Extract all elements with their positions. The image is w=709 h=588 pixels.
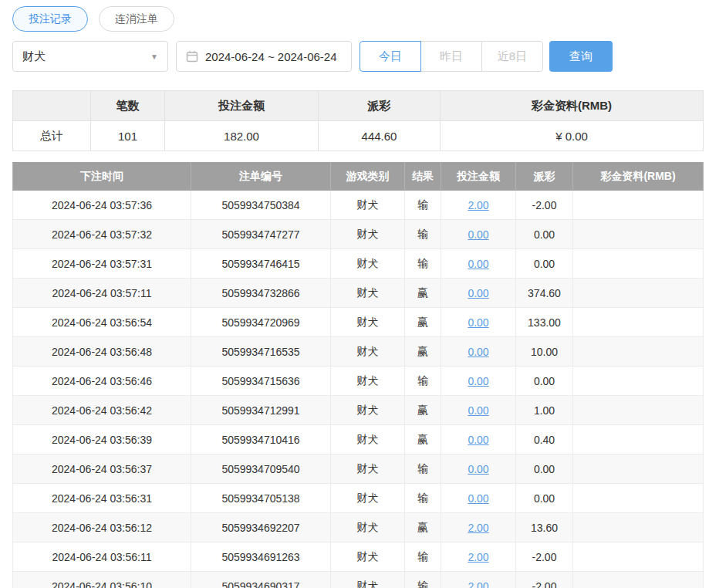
payout-value: 13.60	[516, 513, 573, 542]
records-header-time: 下注时间	[13, 163, 191, 191]
tab-bet-records[interactable]: 投注记录	[12, 6, 88, 32]
bet-amount-cell: 2.00	[441, 542, 516, 572]
bonus-value	[573, 484, 704, 513]
result: 输	[405, 249, 441, 279]
bet-time: 2024-06-24 03:57:32	[13, 220, 191, 249]
bonus-value	[573, 279, 704, 308]
bet-amount-link[interactable]: 0.00	[468, 316, 488, 329]
payout-value: 133.00	[516, 308, 573, 337]
calendar-icon	[186, 50, 198, 63]
date-range-input[interactable]: 2024-06-24 ~ 2024-06-24	[176, 41, 352, 72]
table-row: 2024-06-24 03:56:465059934715636财犬输0.000…	[13, 367, 704, 396]
summary-count-value: 101	[91, 121, 165, 151]
game-type: 财犬	[331, 455, 405, 484]
table-row: 2024-06-24 03:57:325059934747277财犬输0.000…	[13, 220, 704, 249]
records-header-order-id: 注单编号	[191, 163, 331, 191]
bet-time: 2024-06-24 03:56:39	[13, 425, 191, 455]
bonus-value	[573, 396, 704, 425]
game-type: 财犬	[331, 367, 405, 396]
bet-time: 2024-06-24 03:56:31	[13, 484, 191, 513]
order-id: 5059934747277	[191, 220, 331, 249]
bet-amount-link[interactable]: 0.00	[468, 434, 488, 446]
bet-time: 2024-06-24 03:56:48	[13, 337, 191, 367]
bonus-value	[573, 191, 704, 220]
today-button[interactable]: 今日	[360, 41, 421, 72]
bet-time: 2024-06-24 03:57:36	[13, 191, 191, 220]
quick-date-group: 今日 昨日 近8日	[360, 41, 543, 72]
bonus-value	[573, 367, 704, 396]
bet-amount-link[interactable]: 2.00	[468, 551, 488, 563]
payout-value: 1.00	[516, 396, 573, 425]
bet-amount-link[interactable]: 0.00	[468, 492, 488, 505]
bet-amount-cell: 0.00	[441, 367, 516, 396]
bonus-value	[573, 308, 704, 337]
records-header-payout: 派彩	[516, 163, 573, 191]
summary-header-bet-amount: 投注金额	[165, 91, 319, 121]
payout-value: 374.60	[516, 279, 573, 308]
order-id: 5059934750384	[191, 191, 331, 220]
order-id: 5059934715636	[191, 367, 331, 396]
payout-value: 0.00	[516, 455, 573, 484]
order-id: 5059934710416	[191, 425, 331, 455]
tab-cancelled-orders[interactable]: 连消注单	[99, 6, 174, 32]
bonus-value	[573, 337, 704, 367]
payout-value: 0.40	[516, 425, 573, 455]
table-row: 2024-06-24 03:57:315059934746415财犬输0.000…	[13, 249, 704, 279]
summary-header-empty	[13, 91, 91, 121]
bet-amount-cell: 0.00	[441, 455, 516, 484]
bet-amount-cell: 2.00	[441, 513, 516, 542]
order-id: 5059934690317	[191, 572, 331, 588]
bet-time: 2024-06-24 03:56:11	[13, 542, 191, 572]
bet-time: 2024-06-24 03:56:12	[13, 513, 191, 542]
bonus-value	[573, 513, 704, 542]
bet-amount-link[interactable]: 2.00	[468, 522, 488, 534]
summary-header-payout: 派彩	[319, 91, 441, 121]
bet-time: 2024-06-24 03:56:46	[13, 367, 191, 396]
result: 输	[405, 572, 441, 588]
summary-row: 总计 101 182.00 444.60 ¥ 0.00	[13, 121, 704, 151]
bet-amount-link[interactable]: 0.00	[468, 404, 488, 417]
page: 投注记录 连消注单 财犬 ▼ 2024-06-24 ~ 2024-06-24 今…	[0, 0, 709, 588]
bonus-value	[573, 572, 704, 588]
result: 赢	[405, 396, 441, 425]
bet-amount-link[interactable]: 0.00	[468, 375, 488, 387]
table-row: 2024-06-24 03:56:395059934710416财犬赢0.000…	[13, 425, 704, 455]
bet-amount-link[interactable]: 0.00	[468, 346, 488, 358]
bet-amount-link[interactable]: 0.00	[468, 463, 488, 475]
game-type: 财犬	[331, 220, 405, 249]
order-id: 5059934705138	[191, 484, 331, 513]
table-row: 2024-06-24 03:56:105059934690317财犬输2.00-…	[13, 572, 704, 588]
yesterday-button[interactable]: 昨日	[420, 41, 482, 72]
records-header-game-type: 游戏类别	[331, 163, 405, 191]
bet-amount-cell: 0.00	[441, 279, 516, 308]
summary-total-label: 总计	[13, 121, 91, 151]
summary-table: 笔数 投注金额 派彩 彩金资料(RMB) 总计 101 182.00 444.6…	[12, 90, 704, 151]
game-type: 财犬	[331, 249, 405, 279]
order-id: 5059934746415	[191, 249, 331, 279]
records-header-result: 结果	[405, 163, 441, 191]
bet-amount-link[interactable]: 2.00	[468, 580, 488, 588]
bet-amount-link[interactable]: 0.00	[468, 228, 488, 241]
game-type: 财犬	[331, 572, 405, 588]
bonus-value	[573, 455, 704, 484]
records-header-bet-amount: 投注金额	[441, 163, 516, 191]
bet-amount-link[interactable]: 0.00	[468, 287, 488, 299]
game-type: 财犬	[331, 542, 405, 572]
bet-amount-link[interactable]: 2.00	[468, 199, 488, 211]
summary-bet-amount-value: 182.00	[165, 121, 319, 151]
summary-header-count: 笔数	[91, 91, 165, 121]
game-select[interactable]: 财犬 ▼	[12, 41, 168, 72]
bet-amount-cell: 0.00	[441, 337, 516, 367]
payout-value: -2.00	[516, 542, 573, 572]
payout-value: 0.00	[516, 220, 573, 249]
game-type: 财犬	[331, 513, 405, 542]
bonus-value	[573, 542, 704, 572]
game-select-value: 财犬	[22, 49, 46, 64]
game-type: 财犬	[331, 425, 405, 455]
last-8-days-button[interactable]: 近8日	[481, 41, 543, 72]
search-button[interactable]: 查询	[549, 41, 613, 72]
payout-value: -2.00	[516, 191, 573, 220]
bet-amount-link[interactable]: 0.00	[468, 258, 488, 270]
game-type: 财犬	[331, 484, 405, 513]
table-row: 2024-06-24 03:57:365059934750384财犬输2.00-…	[13, 191, 704, 220]
